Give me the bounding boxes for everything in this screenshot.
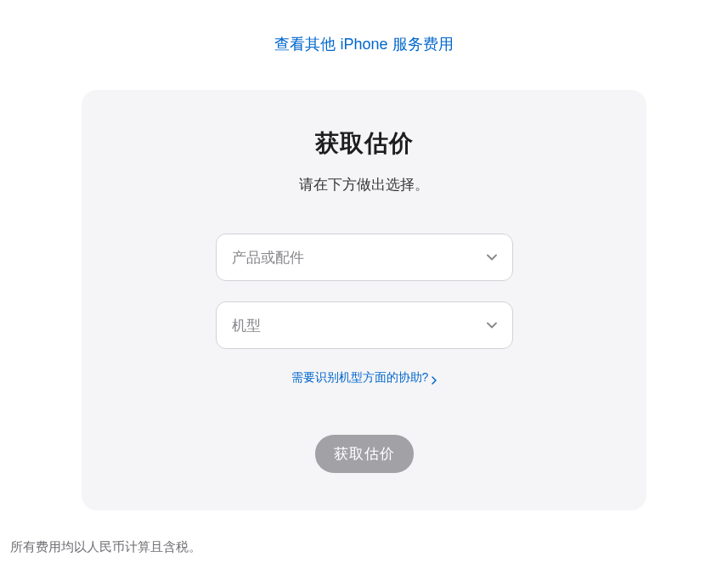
model-select[interactable]: 机型 (216, 301, 513, 349)
product-select[interactable]: 产品或配件 (216, 234, 513, 281)
product-select-wrapper: 产品或配件 (216, 234, 513, 281)
card-title: 获取估价 (124, 127, 604, 160)
get-estimate-button[interactable]: 获取估价 (315, 435, 414, 473)
model-select-wrapper: 机型 (216, 301, 513, 349)
chevron-right-icon (432, 374, 437, 382)
card-subtitle: 请在下方做出选择。 (124, 175, 604, 194)
chevron-down-icon (487, 252, 497, 262)
estimate-card: 获取估价 请在下方做出选择。 产品或配件 机型 需要识别机型方面的协助? (82, 90, 646, 510)
chevron-down-icon (487, 320, 497, 330)
top-link-wrapper: 查看其他 iPhone 服务费用 (0, 34, 728, 54)
help-link-wrapper: 需要识别机型方面的协助? (124, 369, 604, 386)
submit-wrapper: 获取估价 (124, 435, 604, 473)
help-link-text: 需要识别机型方面的协助? (291, 370, 429, 386)
footer-line-2: 截至 2023 年 2 月底，保外电池服务的费用都将按照当前的价格收取。从 20… (10, 560, 718, 563)
footer-line-1: 所有费用均以人民币计算且含税。 (10, 534, 718, 560)
footer-text: 所有费用均以人民币计算且含税。 截至 2023 年 2 月底，保外电池服务的费用… (0, 510, 728, 563)
view-other-fees-link[interactable]: 查看其他 iPhone 服务费用 (274, 36, 453, 53)
model-select-placeholder: 机型 (232, 316, 261, 335)
product-select-placeholder: 产品或配件 (232, 248, 304, 267)
identify-model-help-link[interactable]: 需要识别机型方面的协助? (291, 370, 437, 386)
